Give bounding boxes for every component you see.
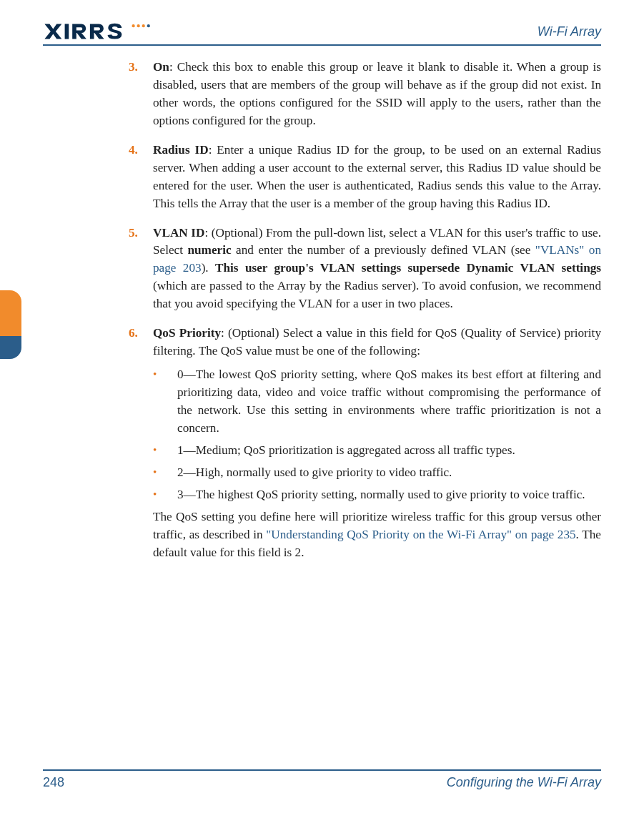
sub-text: 1—Medium; QoS prioritization is aggregat…	[177, 442, 601, 460]
item-title: Radius ID	[153, 143, 209, 157]
bullet-icon: •	[153, 442, 177, 460]
list-item-3: 3. On: Check this box to enable this gro…	[129, 59, 601, 130]
svg-point-2	[132, 24, 134, 27]
svg-rect-1	[65, 24, 69, 39]
bullet-icon: •	[153, 366, 177, 438]
sub-list: • 0—The lowest QoS priority setting, whe…	[153, 366, 601, 504]
svg-point-5	[147, 24, 150, 27]
item-text: : Check this box to enable this group or…	[153, 60, 601, 127]
brand-logo	[43, 23, 157, 40]
list-item-6: 6. QoS Priority: (Optional) Select a val…	[129, 325, 601, 561]
sub-item: • 1—Medium; QoS prioritization is aggreg…	[153, 442, 601, 460]
item-number: 4.	[129, 142, 153, 213]
trailing-paragraph: The QoS setting you define here will pri…	[153, 508, 601, 562]
page: Wi-Fi Array 3. On: Check this box to ena…	[0, 0, 644, 813]
item-text: : (Optional) Select a value in this fiel…	[153, 326, 601, 358]
sub-item: • 0—The lowest QoS priority setting, whe…	[153, 366, 601, 438]
sub-text: 2—High, normally used to give priority t…	[177, 464, 601, 482]
item-title: On	[153, 60, 169, 74]
text-segment: and enter the number of a previously def…	[232, 243, 535, 257]
list-item-5: 5. VLAN ID: (Optional) From the pull-dow…	[129, 225, 601, 314]
item-number: 3.	[129, 59, 153, 130]
text-segment-bold: numeric	[188, 243, 232, 257]
item-title: QoS Priority	[153, 326, 221, 340]
side-tab	[0, 290, 21, 359]
svg-point-3	[137, 24, 140, 27]
doc-title: Wi-Fi Array	[538, 24, 601, 39]
list-item-4: 4. Radius ID: Enter a unique Radius ID f…	[129, 142, 601, 213]
sub-text: 3—The highest QoS priority setting, norm…	[177, 486, 601, 504]
svg-marker-0	[44, 24, 61, 39]
item-body: VLAN ID: (Optional) From the pull-down l…	[153, 225, 601, 314]
item-title: VLAN ID	[153, 226, 204, 240]
text-segment: ).	[202, 261, 215, 275]
bullet-icon: •	[153, 486, 177, 504]
text-segment: (which are passed to the Array by the Ra…	[153, 279, 601, 310]
item-body: On: Check this box to enable this group …	[153, 59, 601, 130]
text-segment-bold: This user group's VLAN settings supersed…	[215, 261, 601, 275]
header: Wi-Fi Array	[43, 23, 601, 40]
section-title: Configuring the Wi-Fi Array	[447, 775, 601, 790]
sub-text: 0—The lowest QoS priority setting, where…	[177, 366, 601, 438]
bullet-icon: •	[153, 464, 177, 482]
footer-rule	[43, 769, 601, 771]
sub-item: • 3—The highest QoS priority setting, no…	[153, 486, 601, 504]
content: 3. On: Check this box to enable this gro…	[43, 46, 601, 561]
svg-point-4	[142, 24, 145, 27]
footer: 248 Configuring the Wi-Fi Array	[43, 767, 601, 790]
cross-reference-link[interactable]: "Understanding QoS Priority on the Wi-Fi…	[266, 528, 575, 541]
page-number: 248	[43, 775, 64, 790]
item-body: Radius ID: Enter a unique Radius ID for …	[153, 142, 601, 213]
item-text: : Enter a unique Radius ID for the group…	[153, 143, 601, 210]
item-number: 6.	[129, 325, 153, 561]
sub-item: • 2—High, normally used to give priority…	[153, 464, 601, 482]
item-number: 5.	[129, 225, 153, 314]
item-body: QoS Priority: (Optional) Select a value …	[153, 325, 601, 561]
